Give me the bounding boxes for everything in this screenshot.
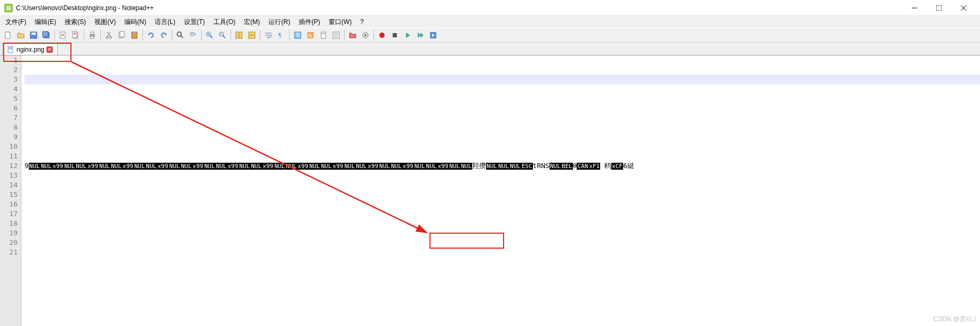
open-file-button[interactable] xyxy=(15,29,27,41)
watermark: CSDN @君衍.i xyxy=(933,315,976,324)
menu-help[interactable]: ? xyxy=(357,17,367,27)
toolbar-separator xyxy=(201,30,202,41)
play-multi-button[interactable] xyxy=(415,29,426,41)
svg-point-30 xyxy=(190,33,194,36)
svg-text:fx: fx xyxy=(308,33,313,38)
find-button[interactable] xyxy=(174,29,186,41)
close-all-button[interactable] xyxy=(70,29,82,41)
toolbar-separator xyxy=(54,30,55,41)
svg-line-34 xyxy=(210,36,212,38)
maximize-button[interactable] xyxy=(927,0,951,16)
record-macro-button[interactable] xyxy=(376,29,388,41)
code-area[interactable]: 9NULNULx99NULNULx99NULNULx99NULNULx99NUL… xyxy=(21,55,980,326)
svg-rect-14 xyxy=(73,31,77,37)
menu-run[interactable]: 运行(R) xyxy=(265,17,293,28)
svg-rect-40 xyxy=(249,32,255,35)
svg-rect-7 xyxy=(31,33,36,35)
svg-rect-64 xyxy=(9,49,12,49)
toolbar: ¶ fx xyxy=(0,28,980,43)
svg-rect-18 xyxy=(91,32,94,34)
toolbar-separator xyxy=(142,30,143,41)
svg-text:¶: ¶ xyxy=(278,33,281,38)
menu-encoding[interactable]: 编码(N) xyxy=(121,17,149,28)
minimize-button[interactable] xyxy=(902,0,927,16)
toolbar-separator xyxy=(373,30,374,41)
redo-button[interactable] xyxy=(158,29,170,41)
line-gutter: 123456789101112131415161718192021 xyxy=(0,55,21,326)
wordwrap-button[interactable] xyxy=(262,29,274,41)
file-icon xyxy=(7,46,14,53)
copy-button[interactable] xyxy=(116,29,128,41)
menu-view[interactable]: 视图(V) xyxy=(91,17,119,28)
code-line-3 xyxy=(25,132,980,142)
zoom-out-button[interactable] xyxy=(217,29,228,41)
toolbar-separator xyxy=(100,30,101,41)
menu-search[interactable]: 搜索(S) xyxy=(61,17,89,28)
code-line-9 xyxy=(25,305,980,315)
indent-guide-button[interactable] xyxy=(292,29,304,41)
doc-map-button[interactable] xyxy=(317,29,329,41)
undo-button[interactable] xyxy=(145,29,157,41)
titlebar: C:\Users\lenovo\Desktop\nginx.png - Note… xyxy=(0,0,980,16)
stop-macro-button[interactable] xyxy=(389,29,401,41)
save-macro-button[interactable] xyxy=(427,29,439,41)
menu-tools[interactable]: 工具(O) xyxy=(210,17,238,28)
menu-macro[interactable]: 宏(M) xyxy=(241,17,263,28)
tabbar: nginx.png ✕ xyxy=(0,43,980,55)
menu-edit[interactable]: 编辑(E) xyxy=(31,17,59,28)
svg-rect-38 xyxy=(236,32,238,38)
menu-settings[interactable]: 设置(T) xyxy=(181,17,208,28)
toolbar-separator xyxy=(344,30,345,41)
monitor-button[interactable] xyxy=(360,29,371,41)
svg-point-20 xyxy=(106,36,108,38)
svg-rect-2 xyxy=(936,5,942,11)
close-button[interactable] xyxy=(951,0,976,16)
paste-button[interactable] xyxy=(129,29,140,41)
svg-point-21 xyxy=(109,36,111,38)
svg-line-29 xyxy=(181,36,183,38)
menubar: 文件(F) 编辑(E) 搜索(S) 视图(V) 编码(N) 语言(L) 设置(T… xyxy=(0,16,980,28)
new-file-button[interactable] xyxy=(2,29,14,41)
code-line-8 xyxy=(25,276,980,286)
code-line-7 xyxy=(25,248,980,257)
toolbar-separator xyxy=(84,30,84,41)
editor: 123456789101112131415161718192021 9NULNU… xyxy=(0,55,980,326)
tab-close-button[interactable]: ✕ xyxy=(46,46,53,53)
svg-rect-51 xyxy=(321,32,325,38)
svg-rect-52 xyxy=(322,33,325,34)
svg-rect-27 xyxy=(133,31,136,33)
menu-window[interactable]: 窗口(W) xyxy=(325,17,355,28)
code-line-1 xyxy=(25,75,980,84)
code-line-2 xyxy=(25,104,980,113)
svg-rect-9 xyxy=(43,31,48,37)
svg-rect-25 xyxy=(120,31,124,37)
file-tab[interactable]: nginx.png ✕ xyxy=(2,43,58,55)
svg-rect-41 xyxy=(249,36,255,38)
svg-rect-62 xyxy=(8,46,13,53)
save-button[interactable] xyxy=(28,29,39,41)
sync-v-button[interactable] xyxy=(233,29,245,41)
menu-language[interactable]: 语言(L) xyxy=(152,17,179,28)
svg-point-28 xyxy=(177,32,181,36)
lang-button[interactable]: fx xyxy=(305,29,316,41)
play-macro-button[interactable] xyxy=(402,29,413,41)
sync-h-button[interactable] xyxy=(246,29,258,41)
print-button[interactable] xyxy=(86,29,98,41)
code-line-4: 9NULNULx99NULNULx99NULNULx99NULNULx99NUL… xyxy=(25,161,980,171)
svg-rect-63 xyxy=(9,47,12,48)
show-chars-button[interactable]: ¶ xyxy=(275,29,287,41)
close-file-button[interactable] xyxy=(57,29,69,41)
replace-button[interactable] xyxy=(187,29,199,41)
zoom-in-button[interactable] xyxy=(204,29,216,41)
doc-list-button[interactable] xyxy=(330,29,342,41)
menu-file[interactable]: 文件(F) xyxy=(2,17,29,28)
toolbar-separator xyxy=(289,30,290,41)
app-icon xyxy=(4,4,13,12)
save-all-button[interactable] xyxy=(41,29,52,41)
cut-button[interactable] xyxy=(103,29,115,41)
folder-button[interactable] xyxy=(347,29,358,41)
menu-plugins[interactable]: 插件(P) xyxy=(296,17,323,28)
window-controls xyxy=(902,0,976,16)
svg-rect-39 xyxy=(240,32,242,38)
toolbar-separator xyxy=(260,30,260,41)
